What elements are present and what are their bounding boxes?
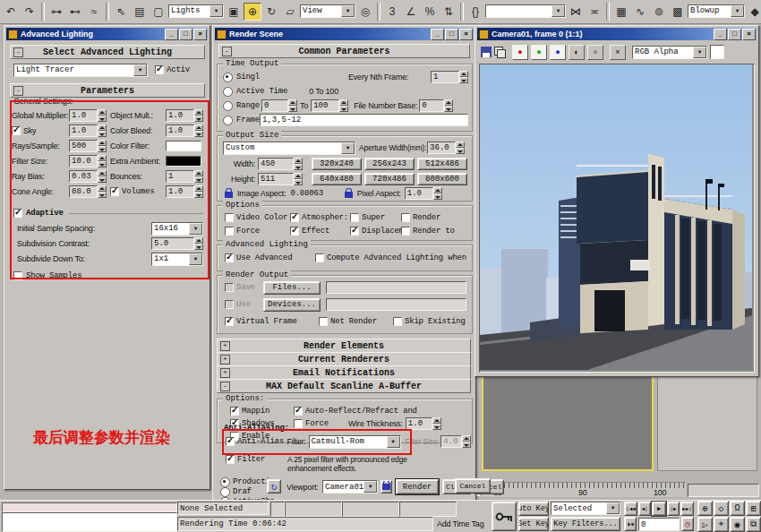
render-scene-dialog-icon[interactable]: ▩	[669, 3, 687, 21]
auto-reflect-checkbox[interactable]	[294, 407, 303, 416]
active-time-radio[interactable]	[223, 87, 233, 97]
use-pivot-center-icon[interactable]: ◎	[356, 3, 374, 21]
height-spinner[interactable]: 511	[258, 173, 303, 185]
red-channel-icon[interactable]: ●	[512, 45, 528, 60]
selection-filter-dropdown[interactable]: Lights ▼	[168, 4, 224, 20]
range-to-value[interactable]: 100	[311, 99, 339, 112]
dropdown-arrow-icon[interactable]: ▼	[552, 5, 565, 17]
refresh-icon[interactable]: ↻	[267, 479, 281, 493]
current-frame-field[interactable]: 0	[638, 518, 680, 531]
dropdown-arrow-icon[interactable]: ▼	[606, 502, 620, 514]
z-coordinate-field[interactable]	[399, 502, 457, 517]
green-channel-icon[interactable]: ●	[531, 45, 547, 60]
min-max-toggle-icon[interactable]: ⧉	[746, 517, 761, 532]
select-object-icon[interactable]: ⇖	[112, 3, 130, 21]
sky-spinner[interactable]: 1.0	[69, 124, 107, 137]
files-button[interactable]: Files...	[263, 281, 321, 295]
spinner-arrows-icon[interactable]	[433, 187, 442, 200]
use-device-checkbox[interactable]	[225, 300, 234, 309]
subdivide-down-to-dropdown[interactable]: 1x1 ▼	[151, 253, 203, 266]
every-nth-frame-spinner[interactable]: 1	[431, 71, 468, 83]
spinner-arrows-icon[interactable]	[288, 99, 297, 112]
spinner-arrows-icon[interactable]	[339, 99, 348, 112]
preset-256x243-button[interactable]: 256x243	[364, 158, 415, 170]
zoom-region-icon[interactable]: ◇	[714, 501, 729, 516]
render-scene-titlebar[interactable]: Render Scene _ □ ×	[215, 28, 474, 40]
rays-sample-value[interactable]: 500	[69, 140, 98, 152]
zoom-extents-icon[interactable]: ⊕	[697, 501, 713, 516]
skip-existing-checkbox[interactable]	[393, 317, 402, 326]
net-render-checkbox[interactable]	[319, 317, 328, 326]
collapse-icon[interactable]: -	[13, 86, 23, 96]
expand-icon[interactable]: +	[220, 368, 230, 378]
render-type-dropdown[interactable]: Blowup ▼	[688, 4, 745, 20]
reference-coordsys-dropdown[interactable]: View ▼	[300, 4, 355, 20]
maxscript-listener-field[interactable]	[2, 512, 177, 532]
select-and-link-icon[interactable]: ⊶	[47, 3, 65, 21]
maximize-icon[interactable]: □	[728, 29, 741, 40]
volumes-spinner[interactable]: 1.0	[166, 185, 203, 198]
spinner-arrows-icon[interactable]	[194, 185, 203, 198]
redo-icon[interactable]: ↷	[21, 3, 38, 21]
preset-512x486-button[interactable]: 512x486	[417, 158, 467, 170]
force-wireframe-checkbox[interactable]	[294, 419, 303, 428]
spinner-snap-icon[interactable]: ⇅	[440, 3, 457, 21]
current-renderers-rollout[interactable]: + Current Renderers	[217, 352, 471, 366]
next-frame-icon[interactable]: |▶	[667, 502, 680, 516]
dropdown-arrow-icon[interactable]: ▼	[341, 5, 355, 17]
select-and-rotate-icon[interactable]: ↻	[262, 3, 280, 21]
set-key-mode-icon[interactable]	[492, 502, 517, 531]
color-filter-swatch[interactable]	[166, 141, 201, 151]
y-coordinate-field[interactable]	[342, 502, 399, 517]
spinner-arrows-icon[interactable]	[294, 173, 303, 185]
dropdown-arrow-icon[interactable]: ▼	[693, 47, 706, 58]
spinner-arrows-icon[interactable]	[294, 158, 303, 170]
scanline-renderer-rollout[interactable]: - MAX Default Scanline A-Buffer	[217, 379, 471, 393]
wire-thickness-spinner[interactable]: 1.0	[406, 417, 441, 430]
pixel-aspect-spinner[interactable]: 1.0	[405, 187, 442, 200]
virtual-frame-buffer-checkbox[interactable]	[225, 317, 234, 326]
keyboard-override-icon[interactable]: {}	[466, 3, 484, 21]
dropdown-arrow-icon[interactable]: ▼	[341, 142, 355, 154]
blue-channel-icon[interactable]: ●	[550, 45, 566, 60]
render-hidden-checkbox[interactable]	[401, 213, 410, 222]
range-to-spinner[interactable]: 100	[311, 99, 348, 112]
select-advanced-lighting-rollout[interactable]: - Select Advanced Lighting	[10, 45, 205, 59]
initial-sample-spacing-dropdown[interactable]: 16x16 ▼	[151, 222, 203, 236]
bind-to-space-warp-icon[interactable]: ≈	[85, 3, 103, 21]
expand-icon[interactable]: +	[220, 341, 230, 351]
file-number-base-spinner[interactable]: 0	[419, 99, 453, 112]
filter-size-spinner[interactable]: 10.0	[69, 155, 107, 167]
viewport-lock-icon[interactable]	[380, 480, 392, 493]
active-viewport[interactable]	[482, 371, 654, 471]
dropdown-arrow-icon[interactable]: ▼	[363, 481, 377, 493]
active-checkbox[interactable]	[155, 65, 164, 74]
force-2sided-checkbox[interactable]	[225, 227, 234, 236]
filter-size-value[interactable]: 10.0	[69, 155, 98, 167]
close-icon[interactable]: ×	[193, 29, 207, 40]
bounces-spinner[interactable]: 1	[166, 170, 203, 183]
arc-rotate-icon[interactable]: Ω	[730, 501, 745, 516]
frames-radio[interactable]	[223, 116, 233, 125]
bounces-value[interactable]: 1	[166, 170, 194, 183]
spinner-arrows-icon[interactable]	[98, 124, 107, 137]
adaptive-checkbox[interactable]	[13, 209, 22, 218]
align-icon[interactable]: ≍	[586, 3, 603, 21]
cancel-button[interactable]: Cancel	[455, 478, 491, 493]
field-of-view-icon[interactable]: ▷	[697, 517, 713, 532]
preset-800x600-button[interactable]: 800x600	[417, 173, 467, 185]
compute-advanced-lighting-checkbox[interactable]	[315, 253, 324, 262]
width-value[interactable]: 450	[258, 158, 294, 170]
lighting-plugin-dropdown[interactable]: Light Tracer ▼	[13, 64, 148, 77]
dropdown-arrow-icon[interactable]: ▼	[133, 64, 147, 76]
dropdown-arrow-icon[interactable]: ▼	[189, 253, 202, 265]
side-viewport[interactable]	[657, 371, 757, 471]
time-ruler[interactable]: 80 90 100	[482, 482, 686, 497]
percent-snap-icon[interactable]: %	[421, 3, 439, 21]
dropdown-arrow-icon[interactable]: ▼	[731, 5, 744, 17]
sky-checkbox[interactable]	[12, 126, 21, 135]
preset-640x480-button[interactable]: 640x480	[312, 173, 362, 185]
auto-key-button[interactable]: uto Key	[518, 502, 549, 516]
named-selection-sets-dropdown[interactable]: ▼	[485, 4, 566, 20]
filter-dropdown[interactable]: Catmull-Rom ▼	[309, 435, 401, 449]
